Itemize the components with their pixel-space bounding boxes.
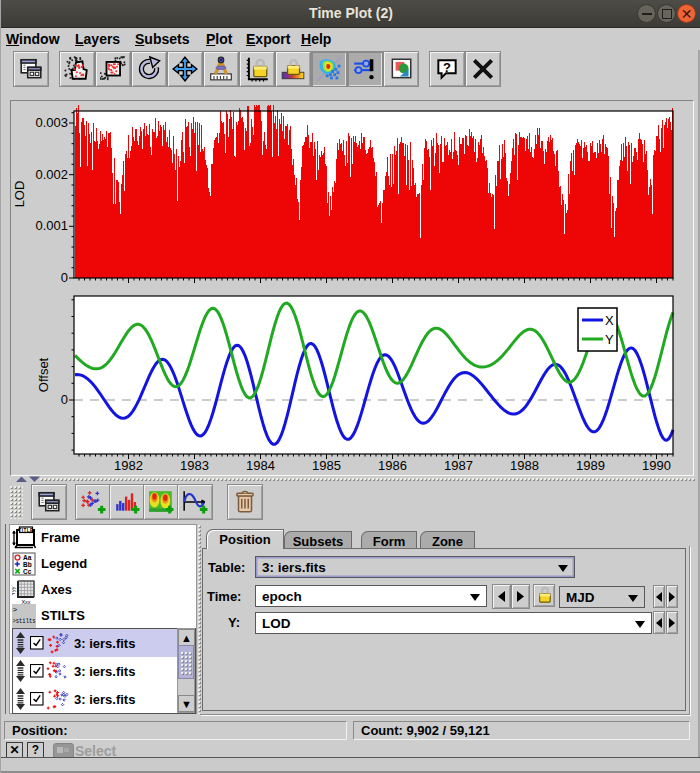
svg-text:0: 0 — [61, 392, 68, 407]
svg-text:Yyy: Yyy — [12, 586, 16, 595]
svg-text:1989: 1989 — [576, 458, 605, 473]
svg-text:?: ? — [443, 60, 451, 75]
svg-text:1987: 1987 — [444, 458, 473, 473]
svg-text:Bb: Bb — [23, 561, 32, 568]
svg-text:0.001: 0.001 — [35, 218, 68, 233]
svg-text:0: 0 — [61, 270, 68, 285]
svg-text:0.002: 0.002 — [35, 167, 68, 182]
svg-text:1984: 1984 — [246, 458, 275, 473]
svg-text:X: X — [605, 313, 614, 328]
svg-text:Aa: Aa — [23, 554, 32, 561]
svg-text:>: > — [13, 605, 18, 614]
svg-text:1990: 1990 — [642, 458, 671, 473]
svg-text:1988: 1988 — [510, 458, 539, 473]
svg-text:Offset: Offset — [36, 357, 51, 392]
svg-text:Cc: Cc — [23, 568, 32, 575]
svg-text:1983: 1983 — [180, 458, 209, 473]
svg-text:1985: 1985 — [312, 458, 341, 473]
svg-text:LOD: LOD — [12, 181, 27, 208]
svg-text:Y: Y — [605, 332, 614, 347]
svg-text:1982: 1982 — [114, 458, 143, 473]
svg-text:1986: 1986 — [378, 458, 407, 473]
svg-text:0.003: 0.003 — [35, 115, 68, 130]
svg-text:>stilts: >stilts — [13, 617, 36, 625]
svg-text:TITLE: TITLE — [19, 528, 34, 533]
